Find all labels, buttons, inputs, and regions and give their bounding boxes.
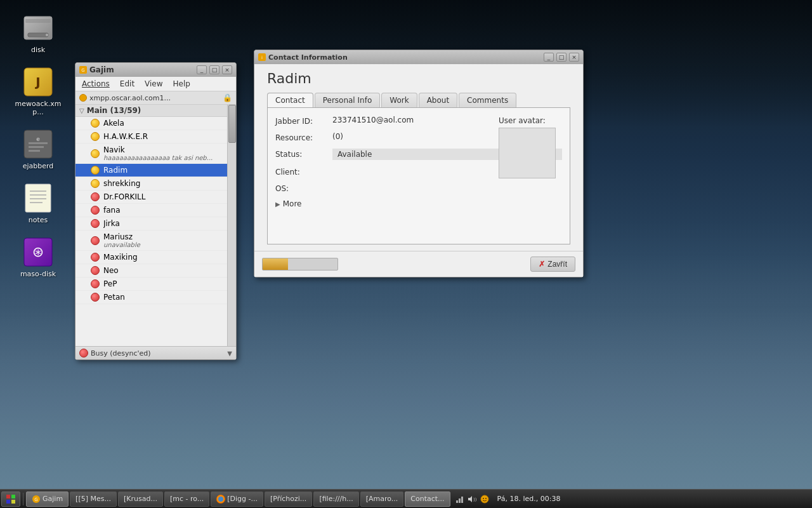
- gajim-maximize-btn[interactable]: □: [209, 65, 219, 74]
- contact-info-tabs: Contact Personal Info Work About Comment…: [264, 93, 573, 107]
- gajim-minimize-btn[interactable]: _: [197, 65, 207, 74]
- desktop-icon-ejabberd[interactable]: e ejabberd: [13, 129, 63, 170]
- contact-info-maximize-btn[interactable]: □: [556, 53, 566, 62]
- svg-text:G: G: [34, 497, 37, 502]
- close-btn-label: Zavřít: [547, 260, 567, 269]
- gajim-close-btn[interactable]: ×: [222, 65, 232, 74]
- close-button[interactable]: ✗ Zavřít: [530, 257, 575, 272]
- status-available-icon: [91, 132, 100, 141]
- contact-item-akela[interactable]: Akela: [75, 117, 236, 130]
- ejabberd-icon: e: [23, 129, 53, 159]
- menu-edit[interactable]: Edit: [116, 78, 138, 90]
- contact-item-navik[interactable]: Navik haaaaaaaaaaaaaaaa tak asi neb...: [75, 144, 236, 164]
- contact-info-minimize-btn[interactable]: _: [544, 53, 554, 62]
- user-avatar-label: User avatar:: [499, 116, 546, 125]
- contact-list-scroll[interactable]: ▽ Main (13/59) Akela H.A.W.K.E.R Navik: [75, 105, 236, 346]
- status-unavailable-icon: [91, 192, 100, 201]
- contact-group-main[interactable]: ▽ Main (13/59): [75, 105, 236, 117]
- gajim-account-header: xmpp.oscar.aol.com1... 🔒: [75, 91, 236, 105]
- taskbar-item-contact[interactable]: Contact...: [405, 491, 450, 507]
- taskbar-tray: )) Pá, 18. led., 00:38: [452, 494, 568, 504]
- menu-actions[interactable]: Actions: [78, 78, 114, 90]
- contact-item-shrekking[interactable]: shrekking: [75, 177, 236, 190]
- status-bar-arrow[interactable]: ▼: [227, 350, 232, 357]
- status-unavailable-icon: [91, 236, 100, 245]
- mewoack-label: mewoack.xmp...: [13, 100, 63, 116]
- taskbar-messages-label: [[5] Mes...: [75, 495, 111, 503]
- desktop: disk J mewoack.xmp...: [0, 0, 812, 508]
- taskbar-item-gajim[interactable]: G Gajim: [26, 491, 69, 507]
- svg-point-35: [481, 495, 488, 503]
- taskbar-prichozi-label: [Příchozi...: [270, 495, 306, 503]
- more-label: More: [283, 199, 302, 208]
- more-arrow-icon: ▶: [275, 201, 280, 208]
- taskbar-item-prichozi[interactable]: [Příchozi...: [265, 491, 312, 507]
- taskbar-contact-label: Contact...: [410, 495, 444, 503]
- taskbar-clock: Pá, 18. led., 00:38: [492, 495, 566, 503]
- contact-info-titlebar: i Contact Information _ □ ×: [254, 50, 583, 64]
- tab-work[interactable]: Work: [381, 93, 417, 107]
- disk-label: disk: [31, 46, 45, 54]
- contact-info-footer: ✗ Zavřít: [254, 251, 583, 277]
- contact-item-petan[interactable]: Petan: [75, 291, 236, 304]
- maso-disk-label: maso-disk: [20, 270, 56, 278]
- account-name: xmpp.oscar.aol.com1...: [89, 94, 220, 102]
- gajim-window: G Gajim _ □ × Actions Edit View Help xmp…: [75, 62, 237, 360]
- taskbar-start-button[interactable]: [1, 491, 20, 507]
- gajim-title-icon: G: [79, 66, 87, 74]
- tab-contact[interactable]: Contact: [267, 93, 313, 107]
- status-unavailable-icon: [91, 279, 100, 288]
- contact-info-close-btn[interactable]: ×: [569, 53, 579, 62]
- lock-icon: 🔒: [223, 93, 232, 102]
- hdd-icon: [23, 13, 53, 43]
- client-label: Client:: [275, 166, 332, 177]
- contact-name: Navik: [103, 145, 232, 154]
- close-x-icon: ✗: [539, 260, 545, 269]
- contact-item-fana[interactable]: fana: [75, 204, 236, 217]
- taskbar-item-file[interactable]: [file:///h...: [313, 491, 358, 507]
- svg-rect-9: [29, 146, 44, 148]
- taskbar-item-mc[interactable]: [mc - ro...: [164, 491, 209, 507]
- tab-comments[interactable]: Comments: [459, 93, 516, 107]
- tab-about[interactable]: About: [419, 93, 457, 107]
- menu-help[interactable]: Help: [169, 78, 194, 90]
- taskbar-krusader-label: [Krusad...: [124, 495, 157, 503]
- contact-secondary: haaaaaaaaaaaaaaaa tak asi neb...: [103, 154, 232, 161]
- status-bar-text: Busy (desync'ed): [91, 349, 151, 358]
- contact-name: Dr.FORKILL: [103, 192, 232, 201]
- contact-name: Akela: [103, 119, 232, 128]
- taskbar-item-messages[interactable]: [[5] Mes...: [70, 491, 117, 507]
- contact-item-neo[interactable]: Neo: [75, 264, 236, 277]
- contact-list-scrollbar[interactable]: [227, 105, 236, 346]
- contact-item-mariusz[interactable]: Mariusz unavailable: [75, 231, 236, 251]
- desktop-icon-maso-disk[interactable]: ⊛ maso-disk: [13, 237, 63, 278]
- tab-content-inner: User avatar: Jabber ID: 233741510@aol.co…: [275, 116, 562, 236]
- contact-name: Jirka: [103, 219, 232, 228]
- account-status-icon: [79, 94, 87, 102]
- contact-item-hawker[interactable]: H.A.W.K.E.R: [75, 130, 236, 144]
- taskbar-item-digg[interactable]: [Digg -...: [211, 491, 263, 507]
- svg-text:J: J: [34, 74, 40, 90]
- status-unavailable-icon: [91, 253, 100, 262]
- taskbar-item-krusader[interactable]: [Krusad...: [118, 491, 163, 507]
- contact-info-window: i Contact Information _ □ × Radim Contac…: [254, 50, 584, 277]
- desktop-icon-disk[interactable]: disk: [13, 13, 63, 54]
- contact-item-maxiking[interactable]: Maxiking: [75, 251, 236, 264]
- menu-view[interactable]: View: [141, 78, 166, 90]
- contact-name: Maxiking: [103, 253, 232, 262]
- desktop-icon-mewoack[interactable]: J mewoack.xmp...: [13, 67, 63, 116]
- contact-item-drforkill[interactable]: Dr.FORKILL: [75, 190, 236, 204]
- more-button[interactable]: ▶ More: [275, 199, 562, 208]
- scrollbar-thumb[interactable]: [228, 105, 236, 143]
- usb-disk-icon: ⊛: [23, 237, 53, 267]
- taskbar-item-amaro[interactable]: [Amaro...: [360, 491, 404, 507]
- desktop-icon-notes[interactable]: notes: [13, 183, 63, 224]
- tab-content-contact: User avatar: Jabber ID: 233741510@aol.co…: [267, 107, 570, 244]
- contact-item-radim[interactable]: Radim: [75, 164, 236, 177]
- contact-info-body: Radim Contact Personal Info Work About C…: [254, 64, 583, 251]
- svg-point-29: [218, 497, 223, 502]
- contact-item-jirka[interactable]: Jirka: [75, 217, 236, 231]
- contact-name: Petan: [103, 293, 232, 302]
- tab-personal-info[interactable]: Personal Info: [315, 93, 381, 107]
- contact-item-pep[interactable]: PeP: [75, 277, 236, 291]
